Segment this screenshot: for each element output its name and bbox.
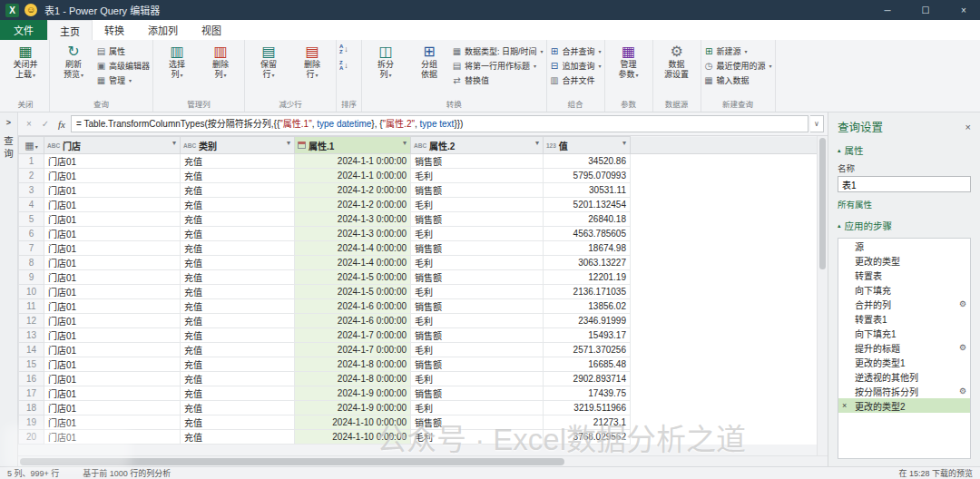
cell[interactable]: 门店01: [44, 386, 181, 401]
row-number[interactable]: 16: [19, 372, 44, 386]
cell[interactable]: 2024-1-1 0:00:00: [295, 169, 411, 183]
tab-file[interactable]: 文件: [0, 20, 47, 40]
cell[interactable]: 15493.17: [544, 328, 631, 343]
step-settings-gear-icon[interactable]: ⚙: [959, 299, 966, 308]
applied-step-提升的标题[interactable]: 提升的标题⚙: [838, 340, 970, 355]
applied-steps-section-header[interactable]: ▴ 应用的步骤: [838, 219, 971, 232]
cell[interactable]: 门店01: [44, 285, 181, 299]
formula-cancel-button[interactable]: ×: [22, 119, 36, 129]
applied-step-更改的类型[interactable]: 更改的类型: [838, 253, 970, 268]
cell[interactable]: 门店01: [44, 154, 181, 169]
cell[interactable]: 门店01: [44, 256, 181, 270]
step-settings-gear-icon[interactable]: ⚙: [959, 343, 966, 352]
cell[interactable]: 34520.86: [544, 154, 631, 169]
cell[interactable]: 毛利: [411, 343, 544, 357]
cell[interactable]: 销售额: [411, 183, 544, 198]
column-header-属性.2[interactable]: ABC属性.2▾: [411, 137, 544, 154]
tab-home[interactable]: 主页: [47, 20, 93, 40]
vertical-scrollbar[interactable]: [817, 136, 828, 455]
cell[interactable]: 销售额: [411, 415, 544, 430]
cell[interactable]: 26840.18: [544, 212, 631, 227]
row-number[interactable]: 4: [19, 198, 44, 212]
cell[interactable]: 销售额: [411, 154, 544, 169]
row-number[interactable]: 19: [19, 415, 44, 430]
row-number[interactable]: 15: [19, 357, 44, 372]
panel-close-button[interactable]: ×: [965, 122, 971, 132]
cell[interactable]: 充值: [181, 154, 295, 169]
cell[interactable]: 2024-1-7 0:00:00: [295, 328, 411, 343]
cell[interactable]: 5201.132454: [544, 198, 631, 212]
cell[interactable]: 充值: [181, 270, 295, 285]
cell[interactable]: 毛利: [411, 372, 544, 386]
append-queries-button[interactable]: ⊟ 追加查询 ▾: [550, 60, 602, 72]
tab-transform[interactable]: 转换: [93, 20, 136, 40]
properties-section-header[interactable]: ▴ 属性: [838, 143, 971, 157]
row-number[interactable]: 20: [19, 430, 44, 445]
cell[interactable]: 2136.171035: [544, 285, 631, 299]
cell[interactable]: 充值: [181, 430, 295, 445]
cell[interactable]: 充值: [181, 169, 295, 183]
cell[interactable]: 2024-1-2 0:00:00: [295, 198, 411, 212]
cell[interactable]: 门店01: [44, 415, 181, 430]
vertical-scrollbar-thumb[interactable]: [819, 138, 826, 269]
cell[interactable]: 2024-1-8 0:00:00: [295, 357, 411, 372]
cell[interactable]: 30531.11: [544, 183, 631, 198]
cell[interactable]: 2024-1-10 0:00:00: [295, 415, 411, 430]
filter-button[interactable]: ▾: [172, 139, 177, 147]
choose-columns-button[interactable]: ▥ 选择 列▾: [156, 43, 198, 81]
cell[interactable]: 销售额: [411, 328, 544, 343]
split-column-button[interactable]: ◫ 拆分 列▾: [365, 43, 407, 81]
cell[interactable]: 4563.785605: [544, 227, 631, 241]
cell[interactable]: 18674.98: [544, 241, 631, 256]
cell[interactable]: 毛利: [411, 285, 544, 299]
datetime-type-icon[interactable]: [298, 142, 306, 149]
cell[interactable]: 毛利: [411, 256, 544, 270]
cell[interactable]: 充值: [181, 357, 295, 372]
group-by-button[interactable]: ⊞ 分组 依据: [408, 43, 450, 80]
manage-button[interactable]: ▦ 管理 ▾: [96, 74, 150, 86]
cell[interactable]: 3219.511966: [544, 401, 631, 415]
horizontal-scrollbar[interactable]: [18, 455, 828, 466]
row-number[interactable]: 6: [19, 227, 44, 241]
cell[interactable]: 16685.48: [544, 357, 631, 372]
row-number[interactable]: 11: [19, 299, 44, 314]
cell[interactable]: 毛利: [411, 314, 544, 328]
cell[interactable]: 2024-1-3 0:00:00: [295, 227, 411, 241]
formula-input[interactable]: = Table.TransformColumnTypes(按分隔符拆分列,{{"…: [71, 115, 808, 132]
row-number[interactable]: 3: [19, 183, 44, 198]
cell[interactable]: 2024-1-1 0:00:00: [295, 154, 411, 169]
cell[interactable]: 12201.19: [544, 270, 631, 285]
cell[interactable]: 销售额: [411, 357, 544, 372]
cell[interactable]: 2024-1-10 0:00:00: [295, 430, 411, 445]
sort-descending-button[interactable]: ZA ↓: [339, 59, 348, 72]
cell[interactable]: 销售额: [411, 212, 544, 227]
advanced-editor-button[interactable]: ▣ 高级编辑器: [96, 60, 150, 72]
cell[interactable]: 门店01: [44, 198, 181, 212]
row-number[interactable]: 12: [19, 314, 44, 328]
row-number[interactable]: 2: [19, 169, 44, 183]
text-type-icon[interactable]: ABC: [47, 142, 60, 149]
cell[interactable]: 毛利: [411, 169, 544, 183]
applied-step-源[interactable]: 源: [838, 239, 970, 253]
maximize-button[interactable]: ☐: [909, 0, 942, 20]
keep-rows-button[interactable]: ▤ 保留 行▾: [248, 43, 289, 81]
filter-button[interactable]: ▾: [534, 139, 540, 147]
row-number[interactable]: 5: [19, 212, 44, 227]
cell[interactable]: 2024-1-5 0:00:00: [295, 270, 411, 285]
applied-step-逆透视的其他列[interactable]: 逆透视的其他列: [838, 369, 970, 384]
cell[interactable]: 充值: [181, 198, 295, 212]
step-settings-gear-icon[interactable]: ⚙: [959, 386, 966, 396]
row-number[interactable]: 7: [19, 241, 44, 256]
cell[interactable]: 门店01: [44, 270, 181, 285]
cell[interactable]: 门店01: [44, 299, 181, 314]
applied-step-合并的列[interactable]: 合并的列⚙: [838, 297, 970, 311]
cell[interactable]: 2024-1-2 0:00:00: [295, 183, 411, 198]
cell[interactable]: 2024-1-9 0:00:00: [295, 401, 411, 415]
cell[interactable]: 5795.070993: [544, 169, 631, 183]
applied-step-向下填充[interactable]: 向下填充: [838, 282, 970, 297]
applied-step-转置表1[interactable]: 转置表1: [838, 311, 970, 326]
row-number[interactable]: 13: [19, 328, 44, 343]
cell[interactable]: 销售额: [411, 241, 544, 256]
feedback-smiley-icon[interactable]: ☺: [24, 4, 37, 16]
tab-view[interactable]: 视图: [190, 20, 233, 40]
